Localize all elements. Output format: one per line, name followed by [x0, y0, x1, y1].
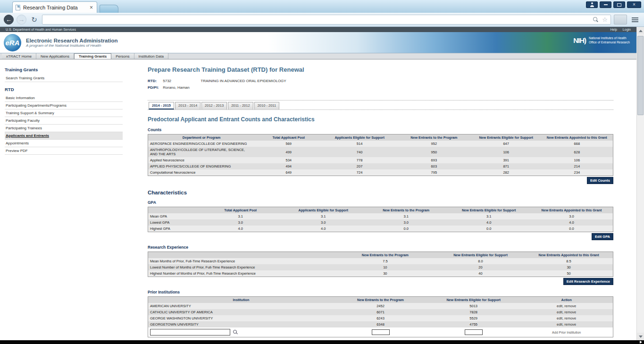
year-tab-2011-2012[interactable]: 2011 - 2012: [228, 102, 253, 109]
gpa-header-row: Total Applicant PoolApplicants Eligible …: [148, 207, 613, 214]
year-tabs: 2014 - 2015 2013 - 2014 2012 - 2013 2011…: [148, 100, 613, 110]
sidebar-item-basic-information[interactable]: Basic Information: [5, 94, 123, 102]
table-cell: ANTHROPOLOGY/COLLEGE OF LITERATURE, SCIE…: [148, 147, 255, 157]
add-prior-institution-link[interactable]: Add Prior Institution: [552, 331, 581, 334]
table-cell: 724: [322, 169, 397, 176]
remove-link[interactable]: remove: [564, 310, 576, 314]
table-cell: 603: [397, 163, 471, 169]
table-cell: Highest Number of Months of Prior, Full-…: [148, 270, 334, 277]
browser-side-button[interactable]: [614, 15, 627, 25]
sidebar-item-participating-faculty[interactable]: Participating Faculty: [5, 117, 123, 125]
table-cell: Lowest Number of Months of Prior, Full-T…: [148, 264, 334, 270]
refresh-button[interactable]: ↻: [29, 15, 39, 25]
table-row: Mean Months of Prior, Full-Time Research…: [148, 258, 613, 264]
minimize-button[interactable]: [600, 1, 611, 8]
table-cell: AMERICAN UNIVERSITY: [148, 303, 334, 309]
sidebar-item-applicants-and-entrants[interactable]: Applicants and Entrants: [5, 132, 123, 140]
remove-link[interactable]: remove: [564, 322, 576, 327]
sidebar-item-preview-pdf[interactable]: Preview PDF: [5, 147, 123, 155]
table-row: AEROSPACE ENGINEERING/COLLEGE OF ENGINEE…: [148, 141, 613, 147]
column-header: [148, 252, 334, 259]
login-link[interactable]: Login: [623, 28, 631, 31]
column-header: New Entrants Eligible for Support: [447, 207, 530, 214]
scrollbar-thumb[interactable]: [637, 36, 644, 115]
year-tab-2013-2014[interactable]: 2013 - 2014: [175, 102, 201, 109]
table-row: APPLIED PHYSICS/COLLEGE OF ENGINEERING49…: [148, 163, 613, 169]
help-link[interactable]: Help: [611, 28, 617, 31]
menu-hamburger-icon[interactable]: [630, 15, 640, 25]
edit-link[interactable]: edit: [557, 322, 562, 327]
back-button[interactable]: ←: [4, 15, 14, 25]
tab-xtract-home[interactable]: xTRACT Home: [2, 53, 36, 59]
table-row: CATHOLIC UNIVERSITY OF AMERICA60717828ed…: [148, 309, 613, 315]
edit-link[interactable]: edit: [557, 304, 562, 308]
remove-link[interactable]: remove: [564, 304, 576, 308]
table-cell: 6071: [334, 309, 427, 315]
table-cell: 8.0: [436, 258, 525, 264]
edit-counts-button[interactable]: Edit Counts: [587, 177, 613, 184]
table-cell: 2452: [334, 303, 427, 309]
edit-link[interactable]: edit: [557, 310, 562, 314]
bottom-bar: [0, 340, 644, 344]
table-cell: Lowest GPA: [148, 219, 199, 226]
address-bar[interactable]: ☆: [42, 15, 611, 25]
page-viewport: U.S. Department of Health and Human Serv…: [0, 27, 636, 340]
address-input[interactable]: [45, 17, 589, 23]
nih-text: National Institutes of Health Office of …: [589, 36, 630, 44]
table-cell: GEORGETOWN UNIVERSITY: [148, 321, 334, 327]
user-account-button[interactable]: [586, 1, 598, 8]
table-row: Lowest Number of Months of Prior, Full-T…: [148, 264, 613, 270]
entrants-eligible-input[interactable]: [465, 329, 483, 335]
new-entrants-input[interactable]: [372, 329, 390, 335]
institution-search-input[interactable]: [150, 329, 230, 336]
new-tab-button[interactable]: [100, 5, 118, 13]
year-tab-2010-2011[interactable]: 2010 - 2011: [254, 102, 279, 109]
sidebar-item-training-support[interactable]: Training Support & Summary: [5, 109, 123, 117]
action-cell: edit, remove: [520, 321, 613, 327]
year-tab-2014-2015[interactable]: 2014 - 2015: [149, 102, 174, 109]
back-icon: ←: [6, 16, 12, 23]
table-cell: 7828: [427, 309, 520, 315]
column-header: New Entrants Appointed to this Grant: [541, 134, 613, 141]
sidebar-heading-training-grants: Training Grants: [5, 67, 142, 72]
table-cell: 50: [525, 270, 613, 277]
table-cell: 950: [397, 147, 471, 157]
browser-tab[interactable]: Research Training Data ×: [12, 1, 97, 13]
edit-research-experience-button[interactable]: Edit Research Experience: [563, 278, 613, 285]
tab-institution-data[interactable]: Institution Data: [134, 53, 168, 59]
table-row: Mean GPA3.13.13.13.13.0: [148, 213, 613, 219]
remove-link[interactable]: remove: [564, 316, 576, 320]
action-cell: edit, remove: [520, 315, 613, 321]
favorite-star-icon[interactable]: ☆: [602, 17, 608, 23]
sidebar-item-participating-departments[interactable]: Participating Departments/Programs: [5, 102, 123, 109]
prior-institutions-header-row: InstitutionNew Entrants to the ProgramNe…: [148, 297, 613, 303]
brand-text: Electronic Research Administration A pro…: [26, 38, 118, 48]
column-header: Total Applicant Pool: [255, 134, 322, 141]
table-cell: 0.0: [447, 226, 530, 232]
edit-gpa-button[interactable]: Edit GPA: [592, 233, 613, 240]
maximize-button[interactable]: [613, 1, 625, 8]
institution-lookup-icon[interactable]: [233, 330, 238, 335]
tab-new-applications[interactable]: New Applications: [36, 53, 74, 59]
sidebar-item-participating-trainees[interactable]: Participating Trainees: [5, 125, 123, 132]
close-window-button[interactable]: ×: [627, 1, 641, 8]
close-icon: ×: [633, 2, 636, 7]
scroll-down-arrow[interactable]: [637, 333, 644, 340]
close-tab-icon[interactable]: ×: [89, 4, 94, 11]
edit-link[interactable]: edit: [557, 316, 562, 320]
pdpi-name: Rorano, Haman: [163, 85, 189, 90]
tab-persons[interactable]: Persons: [111, 53, 134, 59]
table-cell: 795: [397, 169, 471, 176]
eligible-input-cell: [427, 327, 520, 337]
year-tab-2012-2013[interactable]: 2012 - 2013: [201, 102, 227, 109]
vertical-scrollbar[interactable]: [636, 27, 644, 340]
sidebar-item-search-training-grants[interactable]: Search Training Grants: [5, 75, 123, 82]
scroll-up-arrow[interactable]: [637, 27, 644, 34]
column-header: Action: [520, 297, 613, 303]
sidebar-item-appointments[interactable]: Appointments: [5, 140, 123, 147]
forward-button[interactable]: →: [17, 15, 26, 25]
table-cell: 6348: [334, 321, 427, 327]
search-icon[interactable]: [593, 17, 598, 22]
tab-training-grants[interactable]: Training Grants: [74, 53, 111, 59]
table-cell: 391: [471, 157, 541, 163]
